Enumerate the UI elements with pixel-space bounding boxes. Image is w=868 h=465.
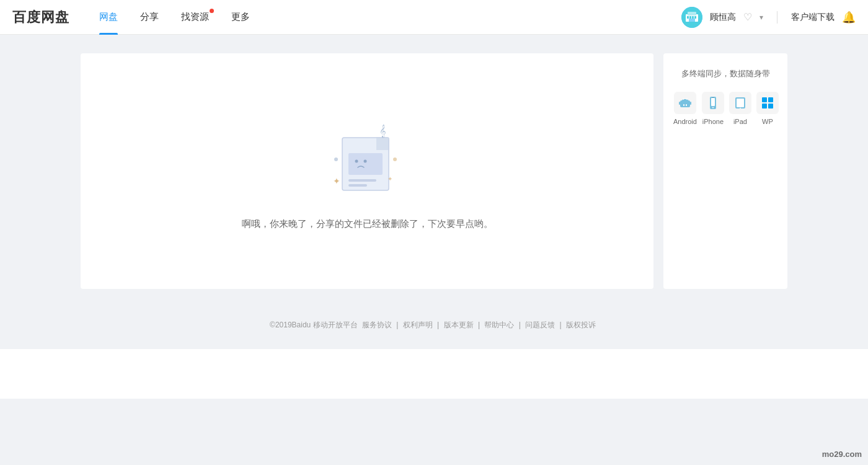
sync-title: 多终端同步，数据随身带 [681, 68, 770, 79]
svg-text:✦: ✦ [388, 175, 392, 182]
content-card: 𝄞 ✦ ✦ 啊哦，你来晚了，分享的文件已经被删除了，下次要早点哟。 [81, 53, 653, 289]
svg-rect-24 [679, 102, 680, 105]
device-iphone[interactable]: iPhone [702, 92, 724, 125]
device-android[interactable]: Android [673, 92, 697, 125]
iphone-icon [702, 92, 724, 114]
svg-point-34 [740, 108, 741, 109]
svg-rect-10 [348, 153, 383, 175]
dot-indicator [210, 9, 214, 13]
wp-label: WP [762, 118, 773, 125]
svg-rect-26 [683, 104, 684, 106]
svg-rect-6 [694, 16, 696, 19]
sidebar: 多终端同步，数据随身带 Android [663, 53, 787, 289]
header: 百度网盘 网盘 分享 找资源 更多 顾恒高 ♡ ▾ 客户端下载 [0, 0, 868, 35]
footer-link-service[interactable]: 服务协议 [362, 321, 392, 329]
svg-rect-25 [690, 102, 691, 105]
device-ipad[interactable]: iPad [729, 92, 751, 125]
nav-netdisk[interactable]: 网盘 [88, 0, 129, 35]
device-wp[interactable]: WP [756, 92, 779, 125]
svg-point-18 [334, 157, 338, 161]
dropdown-arrow-icon[interactable]: ▾ [760, 13, 763, 22]
nav-share[interactable]: 分享 [129, 0, 170, 35]
svg-rect-29 [711, 98, 715, 106]
svg-rect-31 [712, 97, 714, 98]
error-message: 啊哦，你来晚了，分享的文件已经被删除了，下次要早点哟。 [242, 218, 493, 230]
svg-rect-33 [737, 99, 744, 107]
client-download-link[interactable]: 客户端下载 [791, 12, 835, 23]
main-wrapper: 𝄞 ✦ ✦ 啊哦，你来晚了，分享的文件已经被删除了，下次要早点哟。 多终端同步，… [68, 53, 800, 289]
iphone-label: iPhone [702, 118, 724, 125]
svg-point-23 [686, 99, 688, 100]
svg-text:✦: ✦ [333, 176, 340, 186]
footer-link-rights[interactable]: 权利声明 [403, 321, 433, 329]
svg-rect-9 [376, 138, 389, 150]
copyright: ©2019Baidu 移动开放平台 [270, 321, 358, 329]
footer-link-feedback[interactable]: 问题反馈 [525, 321, 555, 329]
svg-rect-38 [768, 104, 773, 108]
bell-icon[interactable]: 🔔 [842, 11, 856, 24]
svg-rect-37 [762, 104, 767, 108]
svg-rect-36 [768, 97, 773, 102]
main-nav: 网盘 分享 找资源 更多 [88, 0, 261, 35]
svg-rect-14 [348, 184, 367, 187]
username[interactable]: 顾恒高 [710, 12, 736, 23]
logo[interactable]: 百度网盘 [12, 8, 69, 27]
nav-more[interactable]: 更多 [220, 0, 261, 35]
watermark: mo29.com [822, 450, 862, 459]
avatar[interactable] [681, 7, 702, 28]
svg-rect-5 [692, 16, 694, 19]
wp-icon [756, 92, 779, 114]
bottom-strip [0, 349, 868, 399]
svg-rect-13 [348, 179, 376, 182]
svg-text:𝄞: 𝄞 [379, 124, 386, 138]
svg-point-30 [712, 107, 714, 108]
svg-rect-4 [689, 16, 691, 19]
svg-rect-35 [762, 97, 767, 102]
ipad-icon [729, 92, 751, 114]
nav-find[interactable]: 找资源 [170, 0, 220, 35]
error-illustration: 𝄞 ✦ ✦ [321, 113, 414, 200]
android-icon [674, 92, 696, 114]
footer-link-copyright[interactable]: 版权投诉 [566, 321, 596, 329]
svg-point-19 [393, 157, 397, 161]
footer: ©2019Baidu 移动开放平台 服务协议 | 权利声明 | 版本更新 | 帮… [0, 308, 868, 343]
svg-rect-7 [689, 19, 695, 22]
header-right: 顾恒高 ♡ ▾ 客户端下载 🔔 [681, 7, 856, 28]
android-label: Android [673, 118, 697, 125]
header-divider [777, 11, 777, 24]
footer-link-help[interactable]: 帮助中心 [484, 321, 514, 329]
footer-link-version[interactable]: 版本更新 [444, 321, 474, 329]
svg-rect-3 [687, 16, 689, 19]
svg-point-12 [364, 159, 367, 162]
svg-point-22 [683, 99, 684, 100]
svg-rect-27 [686, 104, 687, 106]
heart-icon[interactable]: ♡ [743, 11, 752, 23]
svg-point-11 [355, 159, 358, 162]
devices-grid: Android iPhone [673, 92, 777, 125]
svg-rect-2 [688, 12, 696, 16]
ipad-label: iPad [733, 118, 747, 125]
